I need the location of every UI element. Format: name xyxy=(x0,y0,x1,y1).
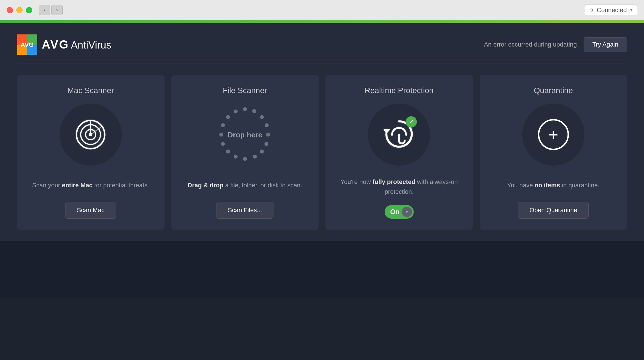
traffic-lights xyxy=(7,7,32,13)
green-stripe xyxy=(0,20,644,23)
realtime-protection-desc: You're now fully protected with always-o… xyxy=(334,177,465,197)
plus-icon: + xyxy=(538,119,569,150)
svg-point-13 xyxy=(260,115,264,119)
realtime-protection-card: Realtime Protection ✓ You're n xyxy=(325,75,473,230)
quarantine-title: Quarantine xyxy=(534,86,573,95)
svg-point-15 xyxy=(266,133,270,137)
svg-point-20 xyxy=(234,155,238,159)
file-scanner-icon-area[interactable]: Drop here xyxy=(214,104,276,166)
realtime-protection-title: Realtime Protection xyxy=(365,86,433,95)
svg-point-23 xyxy=(219,133,223,137)
bottom-area xyxy=(0,241,644,298)
file-scanner-desc: Drag & drop a file, folder, or disk to s… xyxy=(188,177,302,193)
quarantine-card: Quarantine + You have no items in quaran… xyxy=(480,75,627,230)
open-quarantine-button[interactable]: Open Quarantine xyxy=(518,202,589,219)
error-message: An error occurred during updating xyxy=(484,41,577,48)
svg-point-17 xyxy=(260,150,264,153)
app-area: AVG AVG AntiVirus An error occurred duri… xyxy=(0,23,644,241)
logo-avg: AVG xyxy=(42,38,69,51)
maximize-button[interactable] xyxy=(26,7,32,13)
logo-area: AVG AVG AntiVirus xyxy=(17,34,111,55)
file-scanner-title: File Scanner xyxy=(223,86,267,95)
mac-scanner-desc: Scan your entire Mac for potential threa… xyxy=(32,177,149,193)
close-button[interactable] xyxy=(7,7,13,13)
app-header: AVG AVG AntiVirus An error occurred duri… xyxy=(17,23,627,63)
nav-buttons: ‹ › xyxy=(39,5,63,15)
logo-text: AVG AntiVirus xyxy=(42,38,111,51)
svg-point-26 xyxy=(234,109,238,113)
svg-text:AVG: AVG xyxy=(21,41,34,48)
shield-icon-wrap: ✓ xyxy=(384,118,415,151)
svg-point-11 xyxy=(243,107,247,111)
toggle-on-label: On xyxy=(390,208,400,216)
realtime-toggle[interactable]: On ▾ xyxy=(385,205,414,219)
svg-point-21 xyxy=(226,150,230,153)
chevron-down-icon: ▾ xyxy=(630,7,632,13)
svg-point-19 xyxy=(243,157,247,161)
mac-scanner-icon-area xyxy=(60,104,122,166)
radar-icon xyxy=(75,119,106,150)
back-button[interactable]: ‹ xyxy=(39,5,50,15)
header-right: An error occurred during updating Try Ag… xyxy=(484,37,627,52)
mac-scanner-title: Mac Scanner xyxy=(67,86,114,95)
try-again-button[interactable]: Try Again xyxy=(584,37,627,52)
forward-button[interactable]: › xyxy=(51,5,63,15)
cards-grid: Mac Scanner Scan your entire Mac for pot… xyxy=(17,63,627,241)
svg-point-18 xyxy=(253,155,257,159)
scan-files-button[interactable]: Scan Files... xyxy=(216,202,273,219)
realtime-icon-area: ✓ xyxy=(368,104,430,166)
svg-point-24 xyxy=(221,123,225,127)
connected-status[interactable]: ✈ Connected ▾ xyxy=(585,5,637,16)
scan-mac-button[interactable]: Scan Mac xyxy=(65,202,116,219)
toggle-chevron-icon: ▾ xyxy=(406,210,408,214)
check-badge: ✓ xyxy=(406,116,417,128)
svg-point-16 xyxy=(264,142,268,146)
svg-point-22 xyxy=(221,142,225,146)
svg-point-12 xyxy=(252,109,256,113)
file-scanner-card: File Scanner xyxy=(171,75,319,230)
connected-label: Connected xyxy=(597,6,627,14)
svg-marker-28 xyxy=(384,129,390,134)
dots-ring-icon: Drop here xyxy=(214,104,276,166)
quarantine-icon-area: + xyxy=(522,104,584,166)
svg-point-25 xyxy=(226,115,230,119)
toggle-knob: ▾ xyxy=(402,207,412,217)
title-bar-left: ‹ › xyxy=(7,5,63,15)
connected-icon: ✈ xyxy=(590,6,595,14)
quarantine-desc: You have no items in quarantine. xyxy=(507,177,599,193)
svg-text:Drop here: Drop here xyxy=(227,131,262,139)
mac-scanner-card: Mac Scanner Scan your entire Mac for pot… xyxy=(17,75,165,230)
avg-logo-icon: AVG xyxy=(17,34,37,55)
minimize-button[interactable] xyxy=(16,7,23,13)
logo-product: AntiVirus xyxy=(71,39,111,51)
title-bar: ‹ › ✈ Connected ▾ xyxy=(0,0,644,20)
svg-point-14 xyxy=(265,123,269,127)
